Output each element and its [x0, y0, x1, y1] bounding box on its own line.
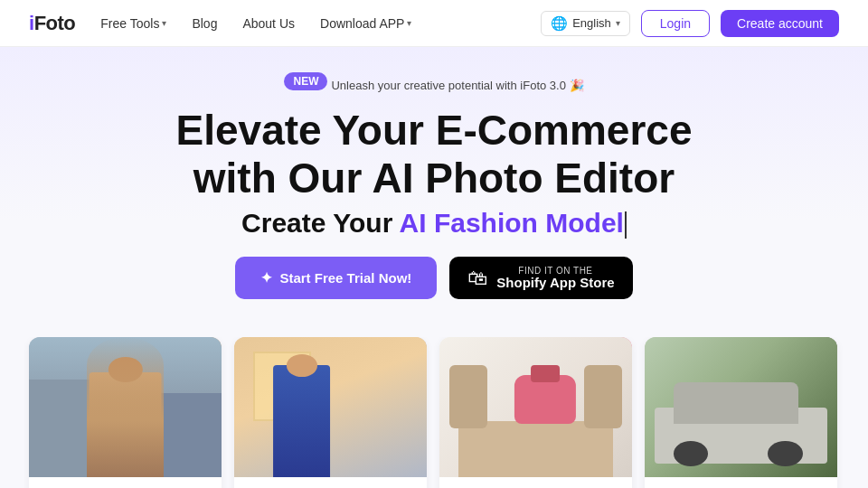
card-bg-removal: Background R... Transparent or... backgr… — [645, 337, 837, 488]
create-account-button[interactable]: Create account — [721, 10, 839, 37]
start-trial-button[interactable]: ✦ Start Free Trial Now! — [235, 257, 437, 300]
navbar: iFoto Free Tools ▾ Blog About Us Downloa… — [0, 0, 868, 47]
nav-download-app[interactable]: Download APP ▾ — [320, 16, 411, 31]
shopify-button[interactable]: 🛍 FIND IT ON THE Shopify App Store — [449, 257, 632, 300]
background-removal-image — [645, 337, 837, 477]
chevron-down-icon: ▾ — [407, 18, 411, 28]
chevron-down-icon: ▾ — [162, 18, 166, 28]
nav-free-tools[interactable]: Free Tools ▾ — [100, 16, 166, 31]
globe-icon: 🌐 — [551, 15, 568, 32]
nav-about-us[interactable]: About Us — [242, 16, 295, 31]
logo-foto: Foto — [34, 12, 76, 34]
text-cursor — [625, 211, 627, 239]
hero-title: Elevate Your E-Commerce with Our AI Phot… — [176, 107, 693, 202]
feature-cards-row: AI Fashion Models AI transforms fashion … — [0, 337, 868, 488]
ai-background-products-image — [439, 337, 632, 477]
card-body: AI Fashion Models AI transforms fashion … — [29, 477, 222, 488]
nav-blog[interactable]: Blog — [192, 16, 217, 31]
hero-section: NEW Unleash your creative potential with… — [0, 47, 868, 337]
shopify-icon: 🛍 — [467, 267, 487, 290]
new-badge-tag: NEW — [284, 72, 327, 90]
logo[interactable]: iFoto — [29, 12, 75, 35]
login-button[interactable]: Login — [641, 10, 710, 37]
card-bg-products: AI Background for Products Elevate e-com… — [439, 337, 632, 488]
sparkle-icon: ✦ — [260, 269, 272, 286]
nav-left: iFoto Free Tools ▾ Blog About Us Downloa… — [29, 12, 411, 35]
card-body: AI Background for Products Elevate e-com… — [439, 477, 632, 488]
chevron-down-icon: ▾ — [616, 18, 620, 28]
card-body: AI Background for Models AI showcases yo… — [234, 477, 427, 488]
cta-row: ✦ Start Free Trial Now! 🛍 FIND IT ON THE… — [235, 257, 632, 300]
ai-fashion-model-image — [29, 337, 222, 477]
nav-right: 🌐 English ▾ Login Create account — [541, 10, 839, 37]
card-body: Background R... Transparent or... backgr… — [645, 477, 837, 488]
card-bg-models: AI Background for Models AI showcases yo… — [234, 337, 427, 488]
shopify-text: FIND IT ON THE Shopify App Store — [496, 266, 614, 291]
hero-subtitle: Create Your AI Fashion Model — [241, 208, 627, 239]
language-selector[interactable]: 🌐 English ▾ — [541, 11, 630, 36]
card-fashion-models: AI Fashion Models AI transforms fashion … — [29, 337, 222, 488]
ai-background-models-image — [234, 337, 427, 477]
new-badge-row: NEW Unleash your creative potential with… — [284, 72, 583, 98]
new-badge-text: Unleash your creative potential with iFo… — [331, 79, 583, 92]
